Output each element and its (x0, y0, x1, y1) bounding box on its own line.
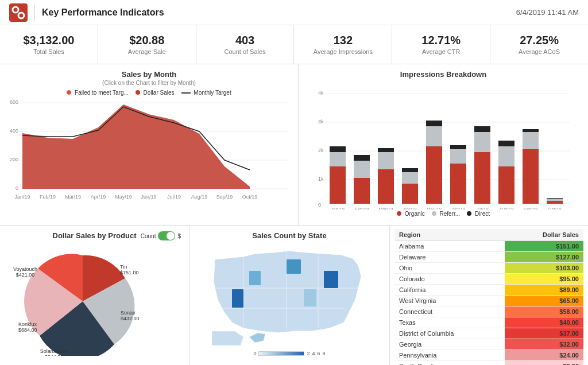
table-row: Connecticut $58.00 (394, 306, 583, 317)
scale-min: 0 (253, 351, 256, 356)
col-dollar-sales-header: Dollar Sales (505, 229, 583, 241)
svg-text:May/19: May/19 (427, 207, 442, 209)
failed-legend-item: Failed to meet Targ... (67, 90, 129, 96)
svg-text:Tin: Tin (120, 264, 127, 270)
svg-rect-56 (523, 149, 539, 204)
svg-rect-41 (402, 184, 418, 204)
svg-rect-35 (354, 178, 370, 204)
svg-text:Apr/19: Apr/19 (403, 207, 417, 209)
svg-text:Sep/19: Sep/19 (216, 194, 233, 200)
svg-text:Solarbreeze: Solarbreeze (40, 348, 68, 354)
svg-text:$751.00: $751.00 (120, 270, 139, 275)
region-cell: West Virginia (394, 296, 505, 306)
page-title: Key Performance Indicators (42, 7, 516, 18)
svg-rect-49 (450, 145, 466, 149)
map-title: Sales Count by State (198, 231, 381, 240)
table-row: Texas $40.00 (394, 317, 583, 328)
region-cell: Pennsylvania (394, 350, 505, 361)
referral-label: Referr... (440, 211, 461, 217)
referral-dot-icon (432, 211, 436, 216)
us-map[interactable] (198, 242, 381, 348)
pie-chart[interactable]: Tin $751.00 Sonair $432.00 Solarbreeze $… (8, 241, 180, 356)
svg-rect-50 (474, 152, 490, 204)
toggle-knob (167, 232, 175, 240)
svg-text:Sonair: Sonair (121, 310, 136, 316)
scale-gradient-icon (258, 351, 304, 356)
svg-text:400: 400 (10, 128, 18, 134)
svg-text:Mar/19: Mar/19 (379, 207, 393, 209)
svg-text:Feb/19: Feb/19 (355, 207, 369, 209)
svg-rect-32 (330, 166, 346, 204)
svg-text:Aug/19: Aug/19 (499, 207, 514, 209)
svg-rect-36 (354, 161, 370, 178)
svg-rect-61 (547, 198, 563, 199)
map-scale: 0 2 4 6 8 (198, 351, 381, 356)
kpi-item-5: 27.25%Average ACoS (490, 25, 588, 64)
dollar-sales-legend-label: Dollar Sales (144, 90, 175, 96)
scale-mid1: 2 (307, 351, 310, 356)
kpi-label-4: Average CTR (422, 48, 460, 55)
svg-rect-53 (498, 166, 514, 204)
svg-rect-89 (324, 271, 338, 288)
svg-rect-57 (523, 132, 539, 149)
table-panel: Region Dollar Sales Alabama $151.00 Dela… (390, 226, 588, 365)
svg-text:600: 600 (10, 99, 18, 105)
count-dollar-toggle[interactable]: Count $ (141, 231, 181, 240)
svg-rect-88 (287, 259, 301, 274)
dollar-sales-legend-item: Dollar Sales (136, 90, 175, 96)
svg-rect-34 (330, 146, 346, 152)
direct-label: Direct (475, 211, 490, 217)
svg-text:Voyatouch: Voyatouch (13, 266, 37, 272)
svg-text:Sep/19: Sep/19 (523, 207, 538, 209)
value-cell: $37.00 (505, 328, 583, 339)
svg-rect-37 (354, 155, 370, 161)
impressions-chart[interactable]: 4k 3k 2k 1k 0 (307, 89, 571, 209)
svg-rect-40 (378, 148, 394, 152)
region-cell: Georgia (394, 339, 505, 350)
impressions-title: Impressions Breakdown (307, 70, 580, 79)
svg-rect-39 (378, 152, 394, 169)
kpi-label-0: Total Sales (33, 48, 64, 55)
value-cell: $40.00 (505, 317, 583, 328)
value-cell: $32.00 (505, 339, 583, 350)
table-row: Colorado $95.00 (394, 274, 583, 285)
region-cell: South Carolina (394, 361, 505, 366)
svg-text:Jun/19: Jun/19 (141, 194, 156, 200)
svg-rect-44 (426, 146, 442, 204)
svg-rect-33 (330, 152, 346, 166)
kpi-bar: $3,132.00Total Sales$20.88Average Sale40… (0, 25, 588, 64)
svg-text:3k: 3k (318, 119, 324, 125)
kpi-value-2: 403 (235, 34, 254, 47)
toggle-switch[interactable] (158, 231, 175, 240)
svg-rect-48 (450, 149, 466, 164)
target-legend-item: Monthly Target (181, 90, 231, 96)
table-row: Delaware $127.00 (394, 252, 583, 263)
scale-mid2: 4 (312, 351, 315, 356)
failed-dot-icon (67, 90, 71, 95)
svg-text:0: 0 (318, 202, 321, 208)
svg-rect-90 (249, 271, 261, 285)
organic-legend-item: Organic (397, 211, 425, 217)
sales-month-chart[interactable]: 600 400 200 0 Jan/19 Feb/19 Mar/19 Apr/1… (8, 98, 289, 213)
svg-text:Jul/19: Jul/19 (167, 194, 181, 200)
svg-rect-87 (232, 289, 243, 308)
toggle-count-label: Count (141, 233, 156, 239)
svg-text:Jul/19: Jul/19 (476, 207, 489, 209)
kpi-value-0: $3,132.00 (23, 34, 74, 47)
organic-dot-icon (397, 211, 401, 216)
svg-text:Aug/19: Aug/19 (191, 194, 208, 200)
svg-text:Jan/19: Jan/19 (331, 207, 345, 209)
value-cell: $58.00 (505, 306, 583, 317)
scale-mid3: 6 (318, 351, 320, 356)
value-cell: $89.00 (505, 285, 583, 296)
sales-legend: Failed to meet Targ... Dollar Sales Mont… (8, 90, 290, 96)
svg-text:$844.00: $844.00 (45, 354, 64, 356)
kpi-item-2: 403Count of Sales (196, 25, 295, 64)
table-row: South Carolina $8.00 (394, 361, 583, 366)
kpi-item-4: 12.71%Average CTR (392, 25, 490, 64)
svg-rect-43 (402, 168, 418, 172)
svg-rect-45 (426, 126, 442, 146)
sales-by-month-subtitle: (Click on the Chart to filter by Month) (8, 80, 290, 86)
region-cell: California (394, 285, 505, 296)
svg-text:Feb/19: Feb/19 (40, 194, 56, 200)
